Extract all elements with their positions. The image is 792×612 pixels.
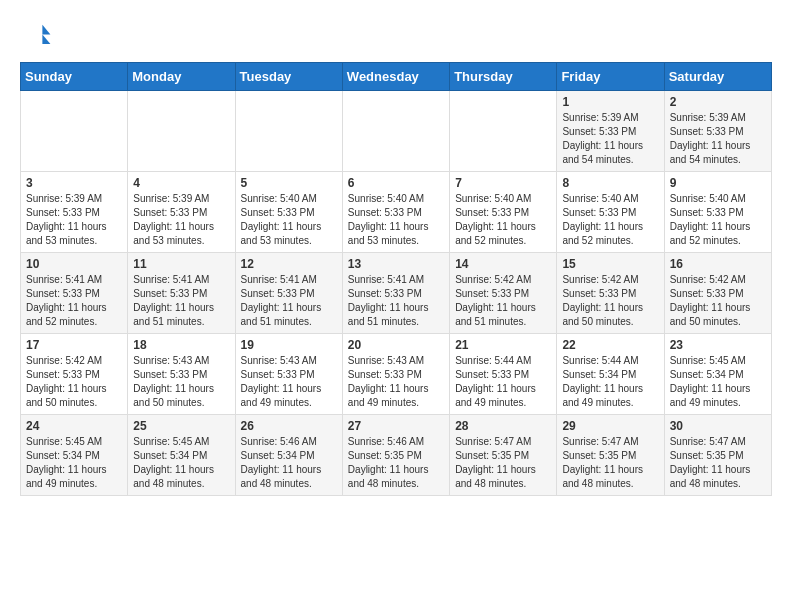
day-info: Sunrise: 5:39 AM Sunset: 5:33 PM Dayligh…	[26, 192, 122, 248]
calendar-cell: 18Sunrise: 5:43 AM Sunset: 5:33 PM Dayli…	[128, 334, 235, 415]
logo	[20, 20, 56, 52]
calendar-cell: 12Sunrise: 5:41 AM Sunset: 5:33 PM Dayli…	[235, 253, 342, 334]
day-number: 9	[670, 176, 766, 190]
week-row-4: 24Sunrise: 5:45 AM Sunset: 5:34 PM Dayli…	[21, 415, 772, 496]
day-number: 27	[348, 419, 444, 433]
day-info: Sunrise: 5:41 AM Sunset: 5:33 PM Dayligh…	[348, 273, 444, 329]
week-row-2: 10Sunrise: 5:41 AM Sunset: 5:33 PM Dayli…	[21, 253, 772, 334]
day-info: Sunrise: 5:45 AM Sunset: 5:34 PM Dayligh…	[26, 435, 122, 491]
day-number: 29	[562, 419, 658, 433]
weekday-header-thursday: Thursday	[450, 63, 557, 91]
calendar-cell: 10Sunrise: 5:41 AM Sunset: 5:33 PM Dayli…	[21, 253, 128, 334]
weekday-header-row: SundayMondayTuesdayWednesdayThursdayFrid…	[21, 63, 772, 91]
calendar-table: SundayMondayTuesdayWednesdayThursdayFrid…	[20, 62, 772, 496]
day-number: 20	[348, 338, 444, 352]
calendar-cell: 14Sunrise: 5:42 AM Sunset: 5:33 PM Dayli…	[450, 253, 557, 334]
day-number: 16	[670, 257, 766, 271]
day-number: 19	[241, 338, 337, 352]
day-info: Sunrise: 5:39 AM Sunset: 5:33 PM Dayligh…	[670, 111, 766, 167]
week-row-1: 3Sunrise: 5:39 AM Sunset: 5:33 PM Daylig…	[21, 172, 772, 253]
calendar-cell: 2Sunrise: 5:39 AM Sunset: 5:33 PM Daylig…	[664, 91, 771, 172]
day-number: 6	[348, 176, 444, 190]
day-number: 7	[455, 176, 551, 190]
day-info: Sunrise: 5:41 AM Sunset: 5:33 PM Dayligh…	[241, 273, 337, 329]
day-number: 30	[670, 419, 766, 433]
day-info: Sunrise: 5:42 AM Sunset: 5:33 PM Dayligh…	[562, 273, 658, 329]
day-info: Sunrise: 5:47 AM Sunset: 5:35 PM Dayligh…	[562, 435, 658, 491]
day-info: Sunrise: 5:43 AM Sunset: 5:33 PM Dayligh…	[241, 354, 337, 410]
page: SundayMondayTuesdayWednesdayThursdayFrid…	[0, 0, 792, 516]
day-info: Sunrise: 5:44 AM Sunset: 5:34 PM Dayligh…	[562, 354, 658, 410]
day-number: 14	[455, 257, 551, 271]
day-number: 26	[241, 419, 337, 433]
weekday-header-tuesday: Tuesday	[235, 63, 342, 91]
calendar-cell: 26Sunrise: 5:46 AM Sunset: 5:34 PM Dayli…	[235, 415, 342, 496]
day-info: Sunrise: 5:45 AM Sunset: 5:34 PM Dayligh…	[670, 354, 766, 410]
day-number: 17	[26, 338, 122, 352]
header	[20, 20, 772, 52]
calendar-cell: 13Sunrise: 5:41 AM Sunset: 5:33 PM Dayli…	[342, 253, 449, 334]
day-number: 12	[241, 257, 337, 271]
day-number: 25	[133, 419, 229, 433]
day-info: Sunrise: 5:40 AM Sunset: 5:33 PM Dayligh…	[241, 192, 337, 248]
day-number: 3	[26, 176, 122, 190]
calendar-cell: 20Sunrise: 5:43 AM Sunset: 5:33 PM Dayli…	[342, 334, 449, 415]
svg-marker-1	[42, 34, 50, 44]
calendar-cell	[235, 91, 342, 172]
day-number: 15	[562, 257, 658, 271]
calendar-cell: 15Sunrise: 5:42 AM Sunset: 5:33 PM Dayli…	[557, 253, 664, 334]
calendar-cell: 30Sunrise: 5:47 AM Sunset: 5:35 PM Dayli…	[664, 415, 771, 496]
calendar-cell: 1Sunrise: 5:39 AM Sunset: 5:33 PM Daylig…	[557, 91, 664, 172]
day-info: Sunrise: 5:47 AM Sunset: 5:35 PM Dayligh…	[670, 435, 766, 491]
day-number: 22	[562, 338, 658, 352]
day-info: Sunrise: 5:40 AM Sunset: 5:33 PM Dayligh…	[562, 192, 658, 248]
day-info: Sunrise: 5:40 AM Sunset: 5:33 PM Dayligh…	[670, 192, 766, 248]
day-info: Sunrise: 5:41 AM Sunset: 5:33 PM Dayligh…	[133, 273, 229, 329]
calendar-cell: 6Sunrise: 5:40 AM Sunset: 5:33 PM Daylig…	[342, 172, 449, 253]
day-number: 5	[241, 176, 337, 190]
weekday-header-wednesday: Wednesday	[342, 63, 449, 91]
calendar-cell: 17Sunrise: 5:42 AM Sunset: 5:33 PM Dayli…	[21, 334, 128, 415]
day-info: Sunrise: 5:42 AM Sunset: 5:33 PM Dayligh…	[670, 273, 766, 329]
calendar-cell: 4Sunrise: 5:39 AM Sunset: 5:33 PM Daylig…	[128, 172, 235, 253]
calendar-cell	[21, 91, 128, 172]
day-info: Sunrise: 5:47 AM Sunset: 5:35 PM Dayligh…	[455, 435, 551, 491]
day-info: Sunrise: 5:43 AM Sunset: 5:33 PM Dayligh…	[133, 354, 229, 410]
day-number: 4	[133, 176, 229, 190]
calendar-cell: 28Sunrise: 5:47 AM Sunset: 5:35 PM Dayli…	[450, 415, 557, 496]
calendar-cell: 19Sunrise: 5:43 AM Sunset: 5:33 PM Dayli…	[235, 334, 342, 415]
calendar-cell: 5Sunrise: 5:40 AM Sunset: 5:33 PM Daylig…	[235, 172, 342, 253]
day-info: Sunrise: 5:40 AM Sunset: 5:33 PM Dayligh…	[348, 192, 444, 248]
day-info: Sunrise: 5:39 AM Sunset: 5:33 PM Dayligh…	[562, 111, 658, 167]
day-info: Sunrise: 5:39 AM Sunset: 5:33 PM Dayligh…	[133, 192, 229, 248]
day-number: 1	[562, 95, 658, 109]
weekday-header-monday: Monday	[128, 63, 235, 91]
day-number: 11	[133, 257, 229, 271]
day-number: 28	[455, 419, 551, 433]
calendar-cell	[450, 91, 557, 172]
calendar-cell: 9Sunrise: 5:40 AM Sunset: 5:33 PM Daylig…	[664, 172, 771, 253]
day-info: Sunrise: 5:46 AM Sunset: 5:35 PM Dayligh…	[348, 435, 444, 491]
calendar-cell: 21Sunrise: 5:44 AM Sunset: 5:33 PM Dayli…	[450, 334, 557, 415]
calendar-cell: 7Sunrise: 5:40 AM Sunset: 5:33 PM Daylig…	[450, 172, 557, 253]
day-number: 24	[26, 419, 122, 433]
svg-marker-0	[42, 25, 50, 35]
day-number: 21	[455, 338, 551, 352]
calendar-cell	[128, 91, 235, 172]
calendar-cell: 25Sunrise: 5:45 AM Sunset: 5:34 PM Dayli…	[128, 415, 235, 496]
weekday-header-saturday: Saturday	[664, 63, 771, 91]
logo-icon	[20, 20, 52, 52]
day-info: Sunrise: 5:40 AM Sunset: 5:33 PM Dayligh…	[455, 192, 551, 248]
day-number: 18	[133, 338, 229, 352]
calendar-cell: 22Sunrise: 5:44 AM Sunset: 5:34 PM Dayli…	[557, 334, 664, 415]
day-number: 8	[562, 176, 658, 190]
day-info: Sunrise: 5:44 AM Sunset: 5:33 PM Dayligh…	[455, 354, 551, 410]
day-number: 23	[670, 338, 766, 352]
calendar-cell: 11Sunrise: 5:41 AM Sunset: 5:33 PM Dayli…	[128, 253, 235, 334]
day-info: Sunrise: 5:45 AM Sunset: 5:34 PM Dayligh…	[133, 435, 229, 491]
day-info: Sunrise: 5:43 AM Sunset: 5:33 PM Dayligh…	[348, 354, 444, 410]
calendar-cell: 8Sunrise: 5:40 AM Sunset: 5:33 PM Daylig…	[557, 172, 664, 253]
calendar-cell: 24Sunrise: 5:45 AM Sunset: 5:34 PM Dayli…	[21, 415, 128, 496]
calendar-cell: 27Sunrise: 5:46 AM Sunset: 5:35 PM Dayli…	[342, 415, 449, 496]
calendar-cell: 29Sunrise: 5:47 AM Sunset: 5:35 PM Dayli…	[557, 415, 664, 496]
